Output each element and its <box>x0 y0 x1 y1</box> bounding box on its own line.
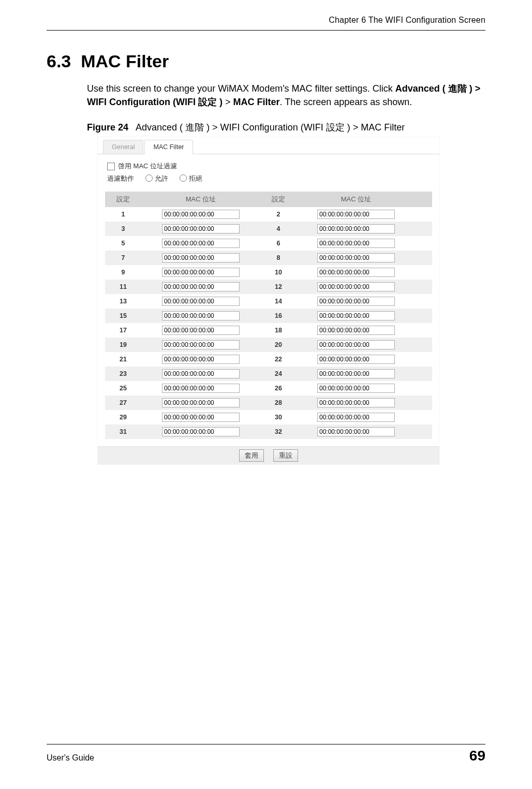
table-row: 1920 <box>105 338 432 352</box>
footer-row: User's Guide 69 <box>47 748 485 764</box>
mac-input[interactable] <box>317 340 395 349</box>
mac-cell <box>297 326 416 335</box>
mac-cell <box>297 239 416 248</box>
mac-cell <box>141 340 260 349</box>
mac-input[interactable] <box>317 398 395 407</box>
mac-input[interactable] <box>162 297 240 306</box>
radio-deny[interactable] <box>180 174 187 182</box>
table-row: 78 <box>105 251 432 265</box>
row-index: 8 <box>260 254 297 261</box>
table-row: 2930 <box>105 410 432 425</box>
table-row: 34 <box>105 222 432 236</box>
figure-caption: Figure 24 Advanced ( 進階 ) > WIFI Configu… <box>87 121 485 134</box>
row-index: 9 <box>105 269 141 276</box>
radio-allow-wrap: 允許 <box>145 174 168 183</box>
mac-cell <box>297 224 416 233</box>
mac-input[interactable] <box>317 253 395 262</box>
row-index: 13 <box>105 298 141 305</box>
row-index: 2 <box>260 211 297 218</box>
mac-input[interactable] <box>317 355 395 364</box>
mac-cell <box>141 297 260 306</box>
mac-input[interactable] <box>162 384 240 393</box>
mac-input[interactable] <box>317 282 395 291</box>
mac-input[interactable] <box>317 384 395 393</box>
row-index: 20 <box>260 341 297 348</box>
mac-input[interactable] <box>162 253 240 262</box>
table-row: 1112 <box>105 280 432 294</box>
footer-page-number: 69 <box>469 748 485 764</box>
row-index: 30 <box>260 414 297 421</box>
mac-input[interactable] <box>162 210 240 219</box>
enable-row: 啓用 MAC 位址過濾 <box>107 162 434 171</box>
row-index: 29 <box>105 414 141 421</box>
mac-input[interactable] <box>162 268 240 277</box>
row-index: 3 <box>105 225 141 232</box>
row-index: 25 <box>105 385 141 392</box>
mac-input[interactable] <box>162 326 240 335</box>
mac-cell <box>297 297 416 306</box>
apply-button[interactable]: 套用 <box>239 449 264 462</box>
mac-cell <box>297 398 416 407</box>
table-row: 1718 <box>105 323 432 338</box>
mac-cell <box>297 369 416 378</box>
mac-input[interactable] <box>317 224 395 233</box>
mac-cell <box>141 210 260 219</box>
mac-input[interactable] <box>162 311 240 320</box>
row-index: 14 <box>260 298 297 305</box>
mac-input[interactable] <box>317 311 395 320</box>
radio-allow[interactable] <box>145 174 153 182</box>
row-index: 16 <box>260 312 297 319</box>
row-index: 32 <box>260 428 297 435</box>
row-index: 19 <box>105 341 141 348</box>
row-index: 1 <box>105 211 141 218</box>
mac-input[interactable] <box>162 355 240 364</box>
page-footer: User's Guide 69 <box>47 744 485 764</box>
footer-rule <box>47 744 485 744</box>
tab-general[interactable]: General <box>103 140 143 154</box>
action-row: 過濾動作 允許 拒絕 <box>107 174 434 183</box>
figure-number: Figure 24 <box>87 122 128 133</box>
mac-input[interactable] <box>162 398 240 407</box>
header-rule <box>47 30 485 31</box>
mac-input[interactable] <box>162 239 240 248</box>
enable-mac-checkbox[interactable] <box>107 163 115 170</box>
chapter-header: Chapter 6 The WIFI Configuration Screen <box>47 16 485 27</box>
reset-button[interactable]: 重設 <box>273 449 298 462</box>
mac-input[interactable] <box>162 427 240 436</box>
mac-cell <box>141 427 260 436</box>
section-number: 6.3 <box>47 51 71 71</box>
tab-bar: General MAC Filter <box>98 137 439 154</box>
intro-text-3: . The screen appears as shown. <box>279 97 412 107</box>
table-body: 1234567891011121314151617181920212223242… <box>105 207 432 439</box>
mac-input[interactable] <box>317 369 395 378</box>
mac-cell <box>141 311 260 320</box>
mac-cell <box>297 210 416 219</box>
mac-input[interactable] <box>317 297 395 306</box>
mac-input[interactable] <box>317 326 395 335</box>
mac-input[interactable] <box>162 340 240 349</box>
mac-input[interactable] <box>162 224 240 233</box>
mac-input[interactable] <box>317 268 395 277</box>
mac-input[interactable] <box>162 369 240 378</box>
table-row: 2122 <box>105 352 432 367</box>
mac-input[interactable] <box>317 427 395 436</box>
mac-cell <box>141 326 260 335</box>
mac-input[interactable] <box>317 413 395 422</box>
mac-input[interactable] <box>317 239 395 248</box>
mac-input[interactable] <box>317 210 395 219</box>
mac-cell <box>141 239 260 248</box>
mac-input[interactable] <box>162 282 240 291</box>
row-index: 26 <box>260 385 297 392</box>
enable-mac-label: 啓用 MAC 位址過濾 <box>118 162 177 171</box>
intro-text-1: Use this screen to change your WiMAX Mod… <box>87 83 395 94</box>
table-row: 3132 <box>105 425 432 439</box>
filter-action-label: 過濾動作 <box>107 174 134 183</box>
mac-cell <box>297 282 416 291</box>
button-bar: 套用 重設 <box>98 446 439 464</box>
figure-caption-text: Advanced ( 進階 ) > WIFI Configuration (WI… <box>136 122 405 133</box>
mac-cell <box>297 413 416 422</box>
screenshot-panel: General MAC Filter 啓用 MAC 位址過濾 過濾動作 允許 拒… <box>97 137 440 465</box>
mac-input[interactable] <box>162 413 240 422</box>
mac-cell <box>297 427 416 436</box>
tab-mac-filter[interactable]: MAC Filter <box>144 140 193 154</box>
